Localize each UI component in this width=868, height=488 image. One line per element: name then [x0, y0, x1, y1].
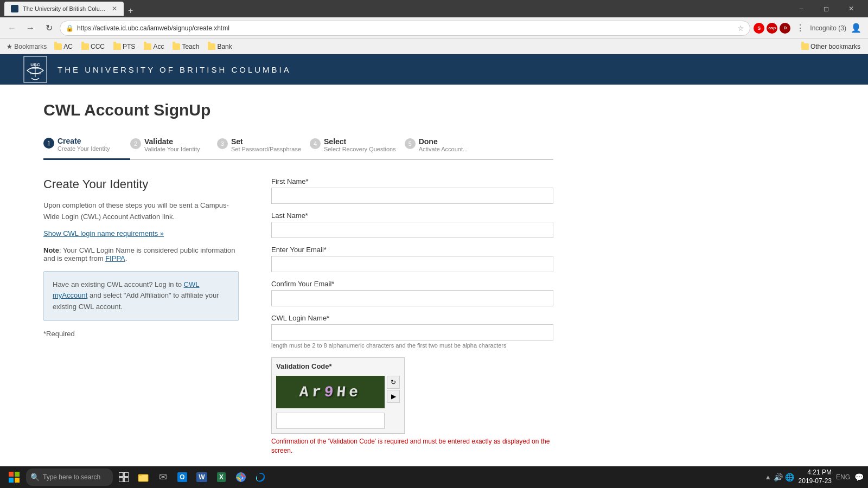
search-taskbar-button[interactable]: 🔍 Type here to search — [26, 468, 113, 486]
title-bar: The University of British Columb... ✕ + … — [0, 0, 868, 17]
active-tab[interactable]: The University of British Columb... ✕ — [4, 2, 124, 16]
email-input[interactable] — [271, 256, 553, 272]
edge-button[interactable] — [252, 468, 269, 486]
tab-favicon — [11, 5, 18, 12]
bookmark-bank[interactable]: Bank — [205, 42, 235, 52]
start-button[interactable] — [4, 467, 24, 487]
restore-button[interactable]: ◻ — [814, 0, 839, 17]
step-1-info: Create Create Your Identity — [58, 137, 110, 152]
tab-title: The University of British Columb... — [23, 5, 107, 12]
menu-button[interactable]: ⋮ — [793, 21, 808, 36]
cwl-login-label: CWL Login Name* — [271, 314, 553, 322]
mail-button[interactable]: ✉ — [154, 468, 171, 486]
folder-icon — [81, 43, 89, 50]
language-indicator: ENG — [836, 473, 850, 481]
step-4-sub: Select Recovery Questions — [324, 146, 396, 152]
tab-close-button[interactable]: ✕ — [112, 5, 117, 12]
lock-icon: 🔒 — [66, 24, 74, 32]
profile-button[interactable]: 👤 — [848, 21, 864, 36]
speakers-icon[interactable]: 🔊 — [774, 473, 783, 481]
bookmark-ccc[interactable]: CCC — [78, 42, 108, 52]
captcha-image: Ar9He — [276, 376, 385, 408]
bookmark-acc[interactable]: Acc — [141, 42, 167, 52]
info-box-text: Have an existing CWL account? Log in to — [53, 280, 184, 288]
folder-icon — [208, 43, 215, 50]
window-controls: – ◻ ✕ — [789, 0, 864, 17]
folder-icon — [113, 43, 121, 50]
cwl-login-input[interactable] — [271, 324, 553, 341]
validation-label: Validation Code* — [276, 362, 400, 370]
captcha-controls: ↻ ▶ — [387, 376, 400, 403]
toolbar-right: S asp D ⋮ Incognito (3) 👤 — [754, 21, 864, 36]
email-label: Enter Your Email* — [271, 246, 553, 254]
word-button[interactable]: W — [193, 468, 210, 486]
info-box: Have an existing CWL account? Log in to … — [43, 271, 239, 321]
ubc-logo: UBC THE UNIVERSITY OF BRITISH COLUMBIA — [22, 54, 291, 85]
other-bookmarks[interactable]: Other bookmarks — [798, 42, 864, 52]
forward-button[interactable]: → — [23, 21, 38, 36]
confirm-email-group: Confirm Your Email* — [271, 280, 553, 306]
close-button[interactable]: ✕ — [839, 0, 864, 17]
step-2-sub: Validate Your Identity — [144, 146, 200, 152]
tray-arrow[interactable]: ▲ — [765, 473, 771, 481]
folder-icon — [54, 43, 62, 50]
outlook-button[interactable]: O — [174, 468, 191, 486]
show-requirements-link[interactable]: Show CWL login name requirements » — [43, 229, 164, 237]
confirm-email-input[interactable] — [271, 290, 553, 306]
last-name-input[interactable] — [271, 222, 553, 238]
search-taskbar-placeholder: Type here to search — [43, 473, 100, 481]
minimize-button[interactable]: – — [789, 0, 814, 17]
bookmark-ac[interactable]: AC — [51, 42, 76, 52]
captcha-input[interactable] — [276, 413, 385, 429]
svg-rect-4 — [15, 472, 20, 477]
step-3-num: 3 — [217, 138, 228, 149]
bookmark-teach[interactable]: Teach — [169, 42, 202, 52]
step-3-name: Set — [231, 137, 301, 146]
extension-icon-asp[interactable]: asp — [767, 23, 777, 34]
folder-icon — [173, 43, 180, 50]
new-tab-button[interactable]: + — [124, 6, 137, 16]
validation-section: Validation Code* Ar9He ↻ ▶ — [271, 357, 553, 455]
ubc-crest-icon: UBC — [22, 54, 49, 85]
left-column: Create Your Identity Upon completion of … — [43, 177, 239, 455]
step-2-num: 2 — [130, 138, 141, 149]
note-label: Note — [43, 246, 59, 254]
fippa-link[interactable]: FIPPA — [105, 254, 125, 262]
step-2-name: Validate — [144, 137, 200, 146]
captcha-error: Confirmation of the 'Validation Code' is… — [271, 437, 553, 455]
time-display: 4:21 PM — [799, 468, 832, 477]
chrome-button[interactable] — [232, 468, 250, 486]
back-button[interactable]: ← — [4, 21, 20, 36]
step-4-name: Select — [324, 137, 396, 146]
network-icon[interactable]: 🌐 — [785, 473, 794, 481]
step-3-info: Set Set Password/Passphrase — [231, 137, 301, 152]
ubc-header: UBC THE UNIVERSITY OF BRITISH COLUMBIA — [0, 54, 868, 85]
bookmark-star-icon[interactable]: ☆ — [737, 24, 744, 33]
first-name-input[interactable] — [271, 188, 553, 204]
bookmarks-label: ★ Bookmarks — [4, 42, 49, 52]
other-bookmarks-link[interactable]: Other bookmarks — [798, 42, 864, 52]
step-5-num: 5 — [405, 138, 416, 149]
university-name: THE UNIVERSITY OF BRITISH COLUMBIA — [58, 65, 291, 74]
step-1-name: Create — [58, 137, 110, 145]
extension-icon-red[interactable]: S — [754, 23, 764, 34]
captcha-audio-button[interactable]: ▶ — [387, 390, 400, 403]
notification-button[interactable]: 💬 — [854, 473, 864, 481]
file-explorer-button[interactable] — [135, 468, 152, 486]
step-5-name: Done — [419, 137, 468, 146]
bookmark-pts[interactable]: PTS — [110, 42, 138, 52]
email-group: Enter Your Email* — [271, 246, 553, 272]
refresh-button[interactable]: ↻ — [41, 21, 56, 36]
step-4-info: Select Select Recovery Questions — [324, 137, 396, 152]
captcha-box: Validation Code* Ar9He ↻ ▶ — [271, 357, 405, 434]
url-text: https://activate.id.ubc.ca/iamweb/signup… — [77, 24, 734, 32]
step-done: 5 Done Activate Account... — [405, 133, 492, 159]
task-view-button[interactable] — [115, 468, 132, 486]
extension-icon-dark-red[interactable]: D — [780, 23, 790, 34]
captcha-refresh-button[interactable]: ↻ — [387, 376, 400, 389]
excel-button[interactable]: X — [213, 468, 230, 486]
url-bar[interactable]: 🔒 https://activate.id.ubc.ca/iamweb/sign… — [60, 21, 750, 36]
clock[interactable]: 4:21 PM 2019-07-23 — [799, 468, 832, 485]
tabs-area: The University of British Columb... ✕ + — [4, 2, 789, 16]
right-column: First Name* Last Name* Enter Your Email*… — [271, 177, 553, 455]
